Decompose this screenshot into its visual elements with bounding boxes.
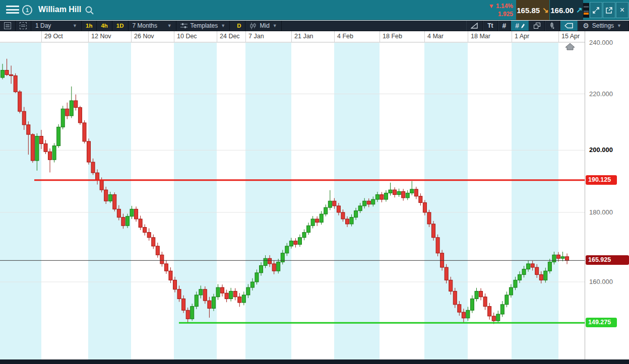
buy-price-button[interactable]: 166.00 ↗ bbox=[550, 0, 583, 20]
period-band bbox=[217, 42, 245, 359]
candle-up bbox=[216, 287, 220, 297]
snap-candle-button[interactable] bbox=[545, 21, 560, 31]
settings-button[interactable]: ⚙ Settings ▼ bbox=[578, 21, 629, 31]
x-tick-label: 4 Feb bbox=[337, 33, 353, 40]
templates-label: Templates bbox=[191, 22, 218, 29]
x-tick bbox=[512, 31, 512, 42]
layout-grid-button[interactable] bbox=[16, 21, 31, 31]
chart-style-button[interactable] bbox=[466, 21, 483, 31]
candle-down bbox=[221, 287, 224, 293]
x-tick-label: 1 Apr bbox=[515, 33, 529, 40]
candle-arrow-icon bbox=[549, 22, 555, 29]
change-absolute: 1.925 bbox=[474, 10, 513, 18]
candle-down bbox=[48, 152, 52, 160]
sell-price-value: 165.85 bbox=[517, 6, 540, 15]
templates-dropdown[interactable]: Templates ▼ bbox=[176, 21, 230, 31]
candle-up bbox=[406, 193, 409, 197]
candle-down bbox=[445, 267, 448, 280]
candle-up bbox=[260, 265, 263, 272]
candle-down bbox=[341, 212, 345, 219]
chart-number-badge[interactable]: 1 bbox=[22, 5, 32, 15]
bottom-status-bar bbox=[0, 359, 629, 364]
x-tick bbox=[380, 31, 380, 42]
range-dropdown[interactable]: 7 Months ▼ bbox=[129, 21, 176, 31]
gridlines-button[interactable]: # bbox=[498, 21, 511, 31]
timeframe-4h-button[interactable]: 4h bbox=[97, 21, 112, 31]
candle-up bbox=[324, 207, 328, 214]
candle-up bbox=[255, 273, 259, 282]
candle-down bbox=[535, 267, 539, 274]
candle-down bbox=[152, 238, 155, 246]
hash-pencil-icon: # bbox=[515, 22, 519, 30]
candle-down bbox=[238, 297, 241, 303]
candle-up bbox=[285, 246, 289, 253]
sell-price-button[interactable]: 165.85 ↘ bbox=[516, 0, 549, 20]
order-ladder-icon[interactable] bbox=[583, 3, 589, 18]
list-icon bbox=[4, 22, 11, 29]
period-band bbox=[245, 42, 291, 359]
candle-up bbox=[70, 101, 73, 116]
candle-down bbox=[10, 75, 13, 76]
price-source-dropdown[interactable]: Mid ▼ bbox=[245, 21, 281, 31]
period-label: 1 Day bbox=[35, 22, 51, 29]
buy-up-arrow-icon: ↗ bbox=[576, 6, 583, 15]
period-dropdown[interactable]: 1 Day ▼ bbox=[31, 21, 82, 31]
search-icon[interactable] bbox=[85, 6, 94, 15]
x-tick-label: 24 Dec bbox=[220, 33, 240, 40]
candle-down bbox=[182, 299, 185, 310]
back-tool-button-active[interactable] bbox=[560, 21, 578, 31]
price-source-label: Mid bbox=[260, 22, 269, 29]
candle-down bbox=[147, 233, 151, 238]
x-tick-label: 7 Jan bbox=[248, 33, 264, 40]
period-band bbox=[174, 42, 217, 359]
candle-down bbox=[402, 191, 405, 198]
candle-down bbox=[18, 92, 22, 111]
x-tick-label: 18 Feb bbox=[383, 33, 402, 40]
x-tick-label: 21 Jan bbox=[294, 33, 313, 40]
grid-layout-icon bbox=[20, 22, 27, 29]
candle-up bbox=[191, 307, 194, 319]
candle-up bbox=[371, 199, 375, 204]
popout-window-button[interactable] bbox=[603, 2, 615, 18]
watchlist-panel-button[interactable] bbox=[0, 21, 16, 31]
candle-up bbox=[229, 291, 233, 299]
header-bar: 1 William Hill ▼ 1.14% 1.925 165.85 ↘ 16… bbox=[0, 0, 629, 20]
candle-down bbox=[488, 307, 491, 316]
candlestick-chart[interactable] bbox=[0, 42, 585, 359]
layers-button[interactable] bbox=[529, 21, 545, 31]
candle-up bbox=[496, 314, 500, 321]
candle-down bbox=[143, 228, 147, 233]
expand-window-button[interactable] bbox=[590, 2, 602, 18]
period-band bbox=[291, 42, 334, 359]
candle-up bbox=[277, 262, 280, 271]
candle-up bbox=[527, 264, 530, 269]
candle-up bbox=[298, 238, 301, 245]
y-axis-price[interactable]: 240.000220.000200.000180.000160.000190.1… bbox=[585, 31, 629, 359]
tag-left-arrow-icon bbox=[564, 23, 574, 29]
x-tick bbox=[131, 31, 132, 42]
candle-up bbox=[500, 305, 504, 314]
candle-down bbox=[169, 271, 172, 280]
period-band bbox=[558, 42, 585, 359]
sell-down-arrow-icon: ↘ bbox=[542, 6, 549, 15]
candle-up bbox=[509, 287, 513, 295]
timeframe-1h-button[interactable]: 1h bbox=[82, 21, 97, 31]
candle-period-button[interactable]: D bbox=[233, 21, 245, 31]
period-band bbox=[41, 42, 88, 359]
candle-down bbox=[367, 201, 370, 204]
candle-up bbox=[518, 274, 522, 280]
drawing-tool-button-active[interactable]: # bbox=[511, 21, 529, 31]
x-tick bbox=[558, 31, 559, 42]
candle-up bbox=[289, 241, 293, 246]
candle-down bbox=[135, 209, 138, 219]
candle-up bbox=[522, 269, 526, 275]
x-tick-label: 18 Mar bbox=[471, 33, 490, 40]
timeframe-1d-button[interactable]: 1D bbox=[112, 21, 129, 31]
instrument-title[interactable]: William Hill bbox=[38, 5, 81, 14]
text-tool-button[interactable]: Tt bbox=[483, 21, 497, 31]
x-axis-dates[interactable]: 29 Oct12 Nov26 Nov10 Dec24 Dec7 Jan21 Ja… bbox=[0, 31, 585, 42]
close-window-button[interactable]: × bbox=[616, 2, 628, 18]
menu-icon[interactable] bbox=[6, 6, 19, 15]
x-tick bbox=[245, 31, 246, 42]
candle-up bbox=[561, 257, 564, 259]
